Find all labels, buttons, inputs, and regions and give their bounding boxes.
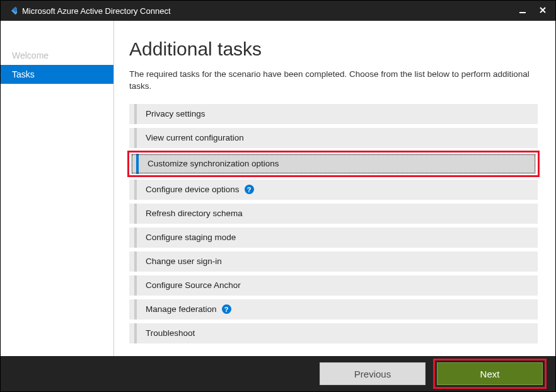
task-row[interactable]: Privacy settings <box>129 104 538 124</box>
task-label: Manage federation <box>146 304 217 314</box>
accent-stripe <box>134 299 137 320</box>
help-icon[interactable]: ? <box>245 185 254 194</box>
page-description: The required tasks for the scenario have… <box>129 69 538 93</box>
task-label: Privacy settings <box>146 109 206 118</box>
task-highlight: Customize synchronization options <box>127 151 540 177</box>
task-row[interactable]: Customize synchronization options <box>131 154 536 174</box>
task-label: Configure Source Anchor <box>146 280 241 290</box>
accent-stripe <box>134 104 137 124</box>
help-icon[interactable]: ? <box>222 304 231 314</box>
task-row[interactable]: Configure Source Anchor <box>129 275 538 296</box>
task-row[interactable]: Configure staging mode <box>129 228 538 248</box>
title-bar: Microsoft Azure Active Directory Connect <box>1 1 555 21</box>
accent-stripe <box>134 275 137 296</box>
accent-stripe <box>134 323 137 343</box>
task-label: Configure staging mode <box>146 233 236 242</box>
task-label: Customize synchronization options <box>148 159 279 168</box>
footer-bar: Previous Next <box>1 356 555 391</box>
sidebar-item-tasks[interactable]: Tasks <box>1 65 113 84</box>
accent-stripe <box>134 228 137 248</box>
window-title: Microsoft Azure Active Directory Connect <box>22 6 171 16</box>
next-button[interactable]: Next <box>437 362 543 385</box>
sidebar-item-welcome[interactable]: Welcome <box>1 46 113 65</box>
task-label: View current configuration <box>146 133 244 142</box>
next-button-highlight: Next <box>433 359 547 389</box>
accent-stripe <box>134 204 137 224</box>
task-row[interactable]: Refresh directory schema <box>129 204 538 224</box>
app-icon <box>6 5 17 16</box>
task-label: Change user sign-in <box>146 257 222 266</box>
task-label: Troubleshoot <box>146 328 195 338</box>
task-row[interactable]: View current configuration <box>129 128 538 148</box>
main-content: Additional tasks The required tasks for … <box>114 21 555 356</box>
accent-stripe <box>134 128 137 148</box>
wizard-sidebar: WelcomeTasks <box>1 21 114 356</box>
previous-button[interactable]: Previous <box>320 362 426 385</box>
minimize-button[interactable] <box>515 6 530 16</box>
task-label: Refresh directory schema <box>146 209 243 218</box>
svg-rect-2 <box>519 12 526 13</box>
task-row[interactable]: Configure device options? <box>129 180 538 200</box>
page-heading: Additional tasks <box>129 38 538 60</box>
task-label: Configure device options <box>146 185 240 194</box>
accent-stripe <box>136 154 139 174</box>
task-row[interactable]: Troubleshoot <box>129 323 538 343</box>
accent-stripe <box>134 251 137 272</box>
task-row[interactable]: Manage federation? <box>129 299 538 320</box>
accent-stripe <box>134 180 137 200</box>
task-list: Privacy settingsView current configurati… <box>129 104 538 343</box>
task-row[interactable]: Change user sign-in <box>129 251 538 272</box>
close-button[interactable] <box>535 6 550 16</box>
